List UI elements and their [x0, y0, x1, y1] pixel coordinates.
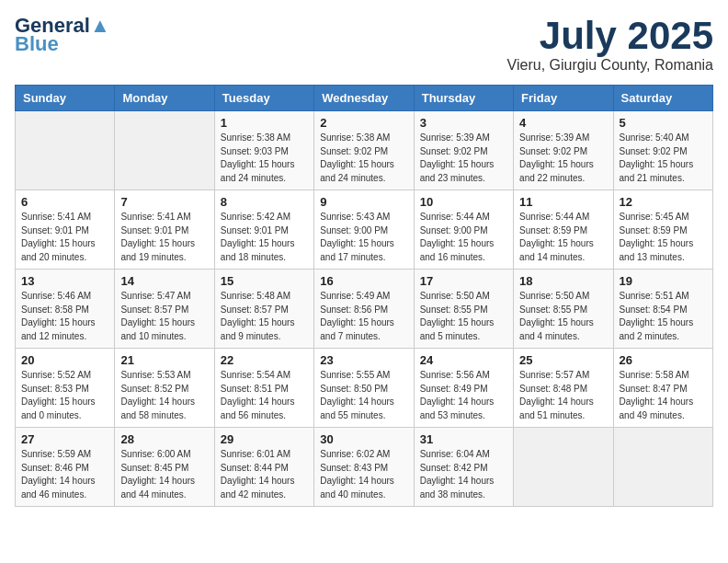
page-header: General▲ Blue July 2025 Vieru, Giurgiu C… — [15, 15, 713, 74]
day-info: Sunrise: 5:44 AM Sunset: 9:00 PM Dayligh… — [420, 211, 507, 264]
day-number: 28 — [120, 432, 208, 446]
day-number: 26 — [620, 353, 707, 367]
day-number: 19 — [620, 274, 707, 288]
calendar-table: SundayMondayTuesdayWednesdayThursdayFrid… — [15, 85, 713, 507]
calendar-cell: 12Sunrise: 5:45 AM Sunset: 8:59 PM Dayli… — [613, 190, 712, 270]
day-info: Sunrise: 5:41 AM Sunset: 9:01 PM Dayligh… — [21, 211, 108, 264]
calendar-cell: 8Sunrise: 5:42 AM Sunset: 9:01 PM Daylig… — [214, 190, 313, 270]
day-info: Sunrise: 5:43 AM Sunset: 9:00 PM Dayligh… — [320, 211, 407, 264]
calendar-week-1: 1Sunrise: 5:38 AM Sunset: 9:03 PM Daylig… — [16, 111, 713, 190]
day-info: Sunrise: 5:38 AM Sunset: 9:02 PM Dayligh… — [320, 132, 407, 185]
day-number: 23 — [320, 353, 407, 367]
day-info: Sunrise: 5:51 AM Sunset: 8:54 PM Dayligh… — [620, 290, 707, 343]
calendar-week-3: 13Sunrise: 5:46 AM Sunset: 8:58 PM Dayli… — [16, 270, 713, 349]
day-info: Sunrise: 5:47 AM Sunset: 8:57 PM Dayligh… — [120, 290, 208, 343]
calendar-cell: 13Sunrise: 5:46 AM Sunset: 8:58 PM Dayli… — [16, 270, 115, 349]
day-info: Sunrise: 5:38 AM Sunset: 9:03 PM Dayligh… — [221, 132, 308, 185]
day-info: Sunrise: 6:04 AM Sunset: 8:42 PM Dayligh… — [420, 448, 507, 501]
calendar-cell — [613, 428, 712, 507]
weekday-header-sunday: Sunday — [16, 86, 115, 111]
calendar-cell: 19Sunrise: 5:51 AM Sunset: 8:54 PM Dayli… — [613, 270, 712, 349]
day-number: 5 — [620, 116, 707, 130]
calendar-cell: 16Sunrise: 5:49 AM Sunset: 8:56 PM Dayli… — [314, 270, 414, 349]
day-number: 25 — [519, 353, 607, 367]
calendar-cell: 25Sunrise: 5:57 AM Sunset: 8:48 PM Dayli… — [514, 349, 613, 428]
title-block: July 2025 Vieru, Giurgiu County, Romania — [507, 15, 713, 74]
day-number: 15 — [221, 274, 308, 288]
day-info: Sunrise: 6:02 AM Sunset: 8:43 PM Dayligh… — [320, 448, 407, 501]
day-info: Sunrise: 5:57 AM Sunset: 8:48 PM Dayligh… — [519, 369, 607, 422]
day-info: Sunrise: 5:46 AM Sunset: 8:58 PM Dayligh… — [21, 290, 108, 343]
calendar-week-5: 27Sunrise: 5:59 AM Sunset: 8:46 PM Dayli… — [16, 428, 713, 507]
location: Vieru, Giurgiu County, Romania — [507, 57, 713, 74]
day-number: 3 — [420, 116, 507, 130]
calendar-cell: 14Sunrise: 5:47 AM Sunset: 8:57 PM Dayli… — [115, 270, 214, 349]
weekday-header-wednesday: Wednesday — [314, 86, 414, 111]
day-info: Sunrise: 5:56 AM Sunset: 8:49 PM Dayligh… — [420, 369, 507, 422]
day-number: 14 — [120, 274, 208, 288]
day-info: Sunrise: 6:01 AM Sunset: 8:44 PM Dayligh… — [221, 448, 308, 501]
day-info: Sunrise: 5:40 AM Sunset: 9:02 PM Dayligh… — [620, 132, 707, 185]
calendar-cell — [115, 111, 214, 190]
calendar-cell: 21Sunrise: 5:53 AM Sunset: 8:52 PM Dayli… — [115, 349, 214, 428]
day-number: 31 — [420, 432, 507, 446]
weekday-header-monday: Monday — [115, 86, 214, 111]
calendar-cell: 15Sunrise: 5:48 AM Sunset: 8:57 PM Dayli… — [214, 270, 313, 349]
day-info: Sunrise: 5:45 AM Sunset: 8:59 PM Dayligh… — [620, 211, 707, 264]
day-info: Sunrise: 5:50 AM Sunset: 8:55 PM Dayligh… — [519, 290, 607, 343]
calendar-cell: 30Sunrise: 6:02 AM Sunset: 8:43 PM Dayli… — [314, 428, 414, 507]
calendar-cell: 24Sunrise: 5:56 AM Sunset: 8:49 PM Dayli… — [414, 349, 513, 428]
day-number: 20 — [21, 353, 108, 367]
day-info: Sunrise: 5:52 AM Sunset: 8:53 PM Dayligh… — [21, 369, 108, 422]
day-number: 12 — [620, 195, 707, 209]
day-number: 16 — [320, 274, 407, 288]
weekday-header-tuesday: Tuesday — [214, 86, 313, 111]
day-number: 22 — [221, 353, 308, 367]
day-number: 21 — [120, 353, 208, 367]
calendar-cell: 29Sunrise: 6:01 AM Sunset: 8:44 PM Dayli… — [214, 428, 313, 507]
calendar-cell: 6Sunrise: 5:41 AM Sunset: 9:01 PM Daylig… — [16, 190, 115, 270]
day-info: Sunrise: 5:44 AM Sunset: 8:59 PM Dayligh… — [519, 211, 607, 264]
day-number: 2 — [320, 116, 407, 130]
day-info: Sunrise: 5:39 AM Sunset: 9:02 PM Dayligh… — [420, 132, 507, 185]
calendar-cell — [514, 428, 613, 507]
day-number: 8 — [221, 195, 308, 209]
calendar-header-row: SundayMondayTuesdayWednesdayThursdayFrid… — [16, 86, 713, 111]
day-info: Sunrise: 5:54 AM Sunset: 8:51 PM Dayligh… — [221, 369, 308, 422]
month-title: July 2025 — [507, 15, 713, 57]
day-number: 13 — [21, 274, 108, 288]
calendar-cell — [16, 111, 115, 190]
calendar-cell: 22Sunrise: 5:54 AM Sunset: 8:51 PM Dayli… — [214, 349, 313, 428]
logo-text-line2: Blue — [15, 33, 59, 55]
calendar-cell: 9Sunrise: 5:43 AM Sunset: 9:00 PM Daylig… — [314, 190, 414, 270]
calendar-cell: 26Sunrise: 5:58 AM Sunset: 8:47 PM Dayli… — [613, 349, 712, 428]
calendar-cell: 18Sunrise: 5:50 AM Sunset: 8:55 PM Dayli… — [514, 270, 613, 349]
day-info: Sunrise: 5:39 AM Sunset: 9:02 PM Dayligh… — [519, 132, 607, 185]
calendar-cell: 10Sunrise: 5:44 AM Sunset: 9:00 PM Dayli… — [414, 190, 513, 270]
day-number: 7 — [120, 195, 208, 209]
day-info: Sunrise: 5:55 AM Sunset: 8:50 PM Dayligh… — [320, 369, 407, 422]
day-number: 29 — [221, 432, 308, 446]
weekday-header-thursday: Thursday — [414, 86, 513, 111]
day-info: Sunrise: 6:00 AM Sunset: 8:45 PM Dayligh… — [120, 448, 208, 501]
calendar-cell: 4Sunrise: 5:39 AM Sunset: 9:02 PM Daylig… — [514, 111, 613, 190]
calendar-cell: 23Sunrise: 5:55 AM Sunset: 8:50 PM Dayli… — [314, 349, 414, 428]
day-info: Sunrise: 5:41 AM Sunset: 9:01 PM Dayligh… — [120, 211, 208, 264]
day-info: Sunrise: 5:53 AM Sunset: 8:52 PM Dayligh… — [120, 369, 208, 422]
calendar-cell: 3Sunrise: 5:39 AM Sunset: 9:02 PM Daylig… — [414, 111, 513, 190]
day-info: Sunrise: 5:59 AM Sunset: 8:46 PM Dayligh… — [21, 448, 108, 501]
day-number: 11 — [519, 195, 607, 209]
calendar-cell: 20Sunrise: 5:52 AM Sunset: 8:53 PM Dayli… — [16, 349, 115, 428]
calendar-cell: 27Sunrise: 5:59 AM Sunset: 8:46 PM Dayli… — [16, 428, 115, 507]
logo: General▲ Blue — [15, 15, 110, 55]
day-number: 24 — [420, 353, 507, 367]
day-number: 17 — [420, 274, 507, 288]
calendar-cell: 17Sunrise: 5:50 AM Sunset: 8:55 PM Dayli… — [414, 270, 513, 349]
calendar-cell: 7Sunrise: 5:41 AM Sunset: 9:01 PM Daylig… — [115, 190, 214, 270]
day-number: 1 — [221, 116, 308, 130]
calendar-cell: 28Sunrise: 6:00 AM Sunset: 8:45 PM Dayli… — [115, 428, 214, 507]
day-info: Sunrise: 5:58 AM Sunset: 8:47 PM Dayligh… — [620, 369, 707, 422]
day-number: 6 — [21, 195, 108, 209]
day-number: 27 — [21, 432, 108, 446]
calendar-week-2: 6Sunrise: 5:41 AM Sunset: 9:01 PM Daylig… — [16, 190, 713, 270]
